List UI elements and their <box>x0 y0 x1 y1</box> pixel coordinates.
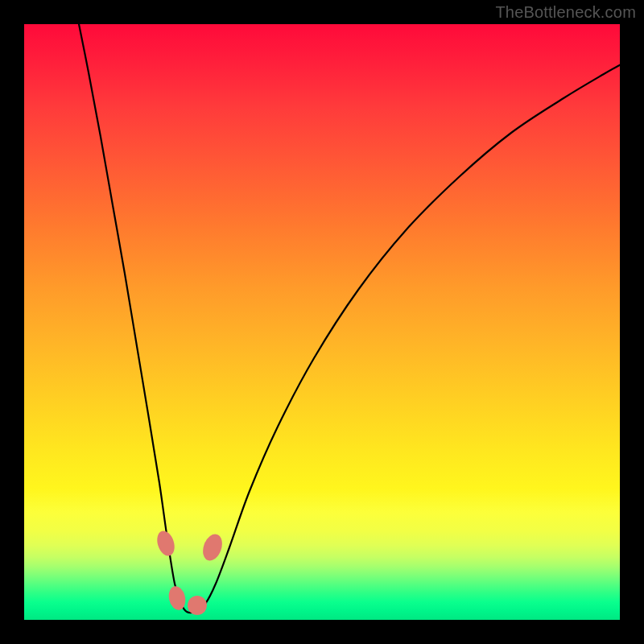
bottleneck-curve <box>77 16 624 613</box>
chart-frame: TheBottleneck.com <box>0 0 644 644</box>
curve-bead <box>155 529 178 559</box>
curve-bead <box>188 596 207 615</box>
watermark-text: TheBottleneck.com <box>495 3 636 22</box>
curve-svg <box>24 24 620 620</box>
curve-bead <box>200 531 225 563</box>
curve-bead <box>167 584 188 612</box>
gradient-plot-area <box>24 24 620 620</box>
curve-beads-group <box>155 529 226 615</box>
